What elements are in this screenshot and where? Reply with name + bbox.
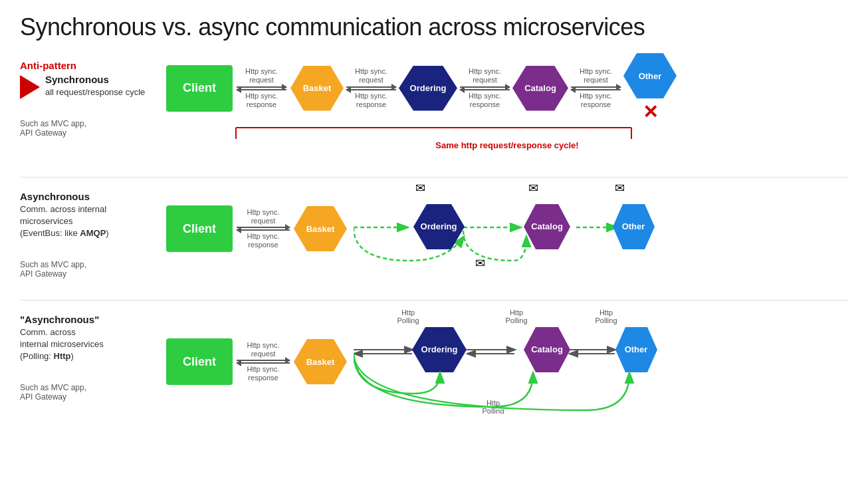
- svg-text:Ordering: Ordering: [421, 344, 458, 354]
- svg-text:Http: Http: [510, 308, 523, 316]
- svg-text:Http: Http: [401, 308, 415, 316]
- divider-1: [20, 177, 848, 178]
- section-asynchronous: Asynchronous Comm. across internalmicros…: [20, 184, 848, 280]
- svg-text:Ordering: Ordering: [421, 221, 457, 231]
- polling-svg: Http Polling Http Polling Http Polling: [354, 307, 673, 414]
- other-hex-2: Other: [613, 204, 655, 249]
- divider-2: [20, 300, 848, 301]
- envelope-icon-2: ✉: [528, 184, 538, 195]
- section1-label: Anti-pattern Synchronous all request/res…: [20, 53, 166, 138]
- svg-text:Other: Other: [622, 221, 645, 231]
- async-dashed-svg: ✉ ✉ ✉ ✉: [354, 184, 659, 271]
- svg-text:Polling: Polling: [482, 407, 504, 414]
- client-box-3: Client: [166, 338, 233, 385]
- svg-text:Catalog: Catalog: [531, 344, 563, 354]
- section1-basket-node: Basket: [290, 66, 344, 111]
- section3-basket: Basket: [294, 339, 347, 384]
- other-hex-3: Other: [615, 327, 657, 372]
- client-box-2: Client: [166, 205, 233, 252]
- section1-client-node: Client: [166, 65, 233, 112]
- catalog-hex-2: Catalog: [524, 204, 570, 249]
- section3-label: "Asynchronous" Comm. acrossinternal micr…: [20, 307, 166, 402]
- section2-diagram: Client Http sync.request Ht: [166, 184, 848, 280]
- section-polling: "Asynchronous" Comm. acrossinternal micr…: [20, 307, 848, 423]
- svg-text:Polling: Polling: [505, 316, 527, 324]
- section1-ordering-node: Ordering: [399, 66, 457, 111]
- ordering-hex-3: Ordering: [412, 327, 467, 372]
- section2-basket: Basket: [294, 206, 347, 251]
- section3-client: Client: [166, 338, 233, 385]
- section3-desc: Comm. acrossinternal microservices(Polli…: [20, 326, 166, 363]
- section1-catalog-node: Catalog: [512, 66, 568, 111]
- section1-caption: Such as MVC app,API Gateway: [20, 119, 166, 138]
- section2-client: Client: [166, 205, 233, 252]
- svg-text:Other: Other: [625, 344, 648, 354]
- section1-title: Synchronous: [45, 74, 145, 85]
- svg-text:Http: Http: [487, 399, 500, 407]
- ordering-hex-2: Ordering: [413, 204, 465, 249]
- section1-desc: all request/response cycle: [45, 86, 145, 98]
- section1-diagram: Client Http sync.request Http sync.respo…: [166, 53, 848, 157]
- section3-caption: Such as MVC app,API Gateway: [20, 383, 166, 402]
- envelope-icon-4: ✉: [475, 257, 485, 270]
- envelope-icon-3: ✉: [615, 184, 625, 195]
- section-synchronous: Anti-pattern Synchronous all request/res…: [20, 53, 848, 157]
- envelope-icon-1: ✉: [415, 184, 425, 195]
- svg-text:Polling: Polling: [397, 316, 419, 324]
- catalog-hex-3: Catalog: [524, 327, 570, 372]
- client-box-1: Client: [166, 65, 233, 112]
- section2-desc: Comm. across internalmicroservices(Event…: [20, 203, 166, 240]
- section2-label: Asynchronous Comm. across internalmicros…: [20, 184, 166, 279]
- section3-diagram: Client Http sync.request Ht: [166, 307, 848, 423]
- error-x-icon: ✕: [643, 101, 658, 123]
- svg-text:Http: Http: [599, 308, 613, 316]
- section1-other-node: Other ✕: [623, 53, 677, 123]
- svg-text:Polling: Polling: [595, 316, 617, 324]
- section2-caption: Such as MVC app,API Gateway: [20, 260, 166, 279]
- page-title: Synchronous vs. async communication acro…: [20, 13, 848, 41]
- section2-title: Asynchronous: [20, 191, 166, 202]
- arrow-right-icon: [20, 75, 40, 99]
- anti-pattern-label: Anti-pattern: [20, 60, 166, 71]
- svg-text:Catalog: Catalog: [531, 221, 563, 231]
- section3-title: "Asynchronous": [20, 314, 166, 325]
- red-cycle-svg: [166, 124, 671, 143]
